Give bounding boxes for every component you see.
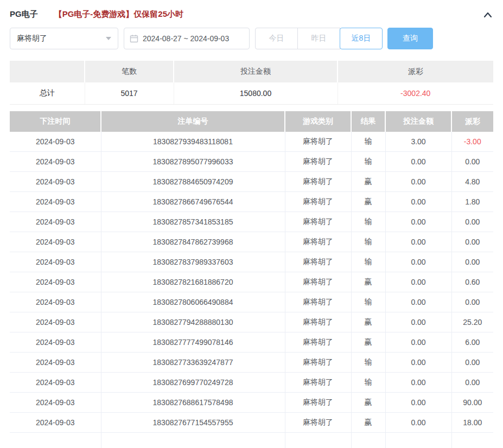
cell-game-type: 麻将胡了 <box>285 232 351 252</box>
cell-bet-time: 2024-09-03 <box>10 413 101 433</box>
cell-bet-id: 1830827847862739968 <box>101 232 285 252</box>
cell-payout: 0.00 <box>451 353 493 373</box>
cell-bet-time: 2024-09-03 <box>10 132 101 152</box>
date-range-picker[interactable]: 2024-08-27 ~ 2024-09-03 <box>124 28 250 49</box>
cell-game-type: 麻将胡了 <box>285 172 351 192</box>
records-header-bet-id: 注单编号 <box>101 111 285 132</box>
cell-payout: 0.00 <box>451 212 493 232</box>
cell-bet-time: 2024-09-03 <box>10 212 101 232</box>
table-row: 2024-09-03 1830827884650974209 麻将胡了 赢 0.… <box>10 172 493 192</box>
cell-result: 输 <box>351 152 385 172</box>
cell-bet-amount: 3.00 <box>385 132 451 152</box>
summary-total-label: 总计 <box>10 82 85 104</box>
table-row: 2024-09-03 1830827794288880130 麻将胡了 赢 0.… <box>10 312 493 332</box>
cell-payout: 90.00 <box>451 393 493 413</box>
table-row <box>10 433 493 448</box>
cell-result <box>351 433 385 448</box>
cell-game-type <box>285 433 351 448</box>
table-row: 2024-09-03 1830827733639247877 麻将胡了 输 0.… <box>10 353 493 373</box>
cell-payout: 25.20 <box>451 312 493 332</box>
cell-bet-amount: 0.00 <box>385 272 451 292</box>
collapse-button[interactable] <box>482 11 493 18</box>
cell-result: 输 <box>351 373 385 393</box>
records-header-result: 结果 <box>351 111 385 132</box>
cell-bet-time: 2024-09-03 <box>10 353 101 373</box>
game-select[interactable]: 麻将胡了 <box>10 28 118 49</box>
cell-bet-id: 1830827733639247877 <box>101 353 285 373</box>
search-button[interactable]: 查询 <box>387 28 433 49</box>
records-header-game-type: 游戏类别 <box>285 111 351 132</box>
cell-bet-time <box>10 433 101 448</box>
cell-bet-time: 2024-09-03 <box>10 172 101 192</box>
yesterday-button[interactable]: 昨日 <box>297 28 340 49</box>
last-8-days-button[interactable]: 近8日 <box>340 28 383 49</box>
cell-bet-amount: 0.00 <box>385 152 451 172</box>
cell-bet-id: 1830827806066490884 <box>101 292 285 312</box>
records-header-bet-time: 下注时间 <box>10 111 101 132</box>
cell-game-type: 麻将胡了 <box>285 373 351 393</box>
records-header-payout: 派彩 <box>451 111 493 132</box>
cell-bet-amount: 0.00 <box>385 192 451 212</box>
cell-bet-id: 1830827821681886720 <box>101 272 285 292</box>
cell-bet-id: 1830827688617578498 <box>101 393 285 413</box>
cell-bet-id: 1830827837989337603 <box>101 252 285 272</box>
cell-result: 输 <box>351 212 385 232</box>
cell-game-type: 麻将胡了 <box>285 332 351 353</box>
cell-bet-amount: 0.00 <box>385 393 451 413</box>
summary-total-row: 总计 5017 15080.00 -3002.40 <box>10 82 493 104</box>
cell-bet-id: 1830827939483118081 <box>101 132 285 152</box>
table-row: 2024-09-03 1830827939483118081 麻将胡了 输 3.… <box>10 132 493 152</box>
cell-bet-id: 1830827884650974209 <box>101 172 285 192</box>
cell-bet-amount <box>385 433 451 448</box>
table-row: 2024-09-03 1830827806066490884 麻将胡了 输 0.… <box>10 292 493 312</box>
cell-payout <box>451 433 493 448</box>
cell-result: 赢 <box>351 393 385 413</box>
cell-game-type: 麻将胡了 <box>285 212 351 232</box>
caret-down-icon <box>106 37 111 40</box>
cell-bet-id: 1830827677154557955 <box>101 413 285 433</box>
cell-result: 赢 <box>351 172 385 192</box>
cell-game-type: 麻将胡了 <box>285 192 351 212</box>
cell-bet-id <box>101 433 285 448</box>
cell-payout: 6.00 <box>451 332 493 353</box>
retention-notice: 【PG电子-免费游戏】仅保留25小时 <box>54 9 183 20</box>
cell-bet-time: 2024-09-03 <box>10 232 101 252</box>
cell-payout: 18.00 <box>451 413 493 433</box>
cell-bet-amount: 0.00 <box>385 353 451 373</box>
cell-bet-time: 2024-09-03 <box>10 292 101 312</box>
calendar-icon <box>130 34 138 43</box>
cell-result: 输 <box>351 292 385 312</box>
cell-bet-time: 2024-09-03 <box>10 393 101 413</box>
table-row: 2024-09-03 1830827699770249728 麻将胡了 输 0.… <box>10 373 493 393</box>
cell-bet-time: 2024-09-03 <box>10 272 101 292</box>
table-row: 2024-09-03 1830827777499078146 麻将胡了 赢 0.… <box>10 332 493 353</box>
cell-game-type: 麻将胡了 <box>285 413 351 433</box>
panel-header: PG电子 【PG电子-免费游戏】仅保留25小时 <box>10 0 493 22</box>
pg-records-panel: PG电子 【PG电子-免费游戏】仅保留25小时 麻将胡了 2024-08-27 … <box>0 0 503 448</box>
table-row: 2024-09-03 1830827866749676544 麻将胡了 赢 0.… <box>10 192 493 212</box>
cell-bet-amount: 0.00 <box>385 413 451 433</box>
summary-header-row: 笔数 投注金额 派彩 <box>10 61 493 82</box>
cell-bet-amount: 0.00 <box>385 212 451 232</box>
date-range-value: 2024-08-27 ~ 2024-09-03 <box>143 34 229 43</box>
cell-game-type: 麻将胡了 <box>285 312 351 332</box>
summary-header-bet-amount: 投注金额 <box>174 61 338 82</box>
cell-result: 赢 <box>351 272 385 292</box>
summary-bet-amount-value: 15080.00 <box>174 82 338 104</box>
today-button[interactable]: 今日 <box>255 28 298 49</box>
cell-payout: 0.00 <box>451 232 493 252</box>
cell-result: 赢 <box>351 312 385 332</box>
cell-bet-amount: 0.00 <box>385 332 451 353</box>
cell-game-type: 麻将胡了 <box>285 272 351 292</box>
cell-result: 输 <box>351 252 385 272</box>
cell-bet-amount: 0.00 <box>385 172 451 192</box>
date-quick-filter-group: 今日 昨日 近8日 <box>255 28 383 49</box>
cell-game-type: 麻将胡了 <box>285 353 351 373</box>
table-row: 2024-09-03 1830827895077996033 麻将胡了 输 0.… <box>10 152 493 172</box>
cell-bet-id: 1830827866749676544 <box>101 192 285 212</box>
cell-result: 赢 <box>351 332 385 353</box>
cell-payout: 1.80 <box>451 192 493 212</box>
table-row: 2024-09-03 1830827837989337603 麻将胡了 输 0.… <box>10 252 493 272</box>
game-select-value: 麻将胡了 <box>17 34 106 43</box>
cell-bet-time: 2024-09-03 <box>10 152 101 172</box>
